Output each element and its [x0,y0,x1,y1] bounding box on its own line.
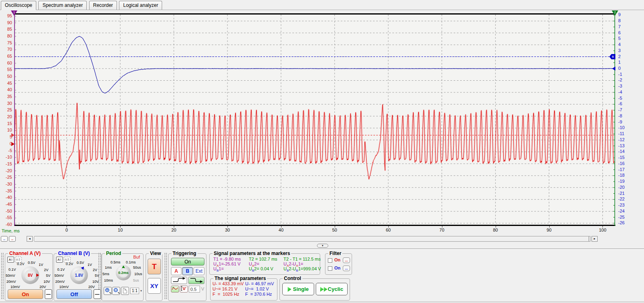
ub1-value: UB1= [213,266,224,272]
right-axis-tick-label: 7 [618,24,621,29]
trigger-source-ext-button[interactable]: Ext [194,267,204,275]
trigger-level-arrow[interactable] [11,133,15,137]
play-icon [320,287,324,292]
scroll-left-button[interactable]: ◄ [27,236,33,242]
new-buffer-button[interactable] [121,287,129,295]
channel-a-group: Channel A (V) A↕ A⇕ 0.2V 0.5V 1V 2V 5V 1… [5,253,53,301]
filter-a-options-button[interactable]: ... [343,257,350,263]
control-title: Control [283,276,302,281]
period-knob[interactable]: 0.2ms [116,265,131,280]
scale-label: 20V [88,285,95,289]
gripper[interactable] [164,253,167,299]
right-axis-tick-label: 9 [618,12,621,17]
zoom-ratio-value[interactable]: 1:1 [130,288,139,294]
filter-b-options-button[interactable]: ... [343,265,350,271]
horizontal-scrollbar: .. .. ◄ ► [0,236,644,242]
channel-b-knob-zone: 0.2V 0.5V 1V 2V 5V 10V 20V 10mV 20mV 50m… [54,262,102,288]
left-axis-tick-label: -35 [0,188,12,194]
scrollbar-track[interactable] [34,236,591,242]
trigger-mode-auto-button[interactable] [171,286,179,293]
scrollbar-thumb[interactable] [35,236,589,241]
right-axis-tick-label: 8 [618,18,621,23]
period-group: Period Buf 0.5ms 0.1ms 1ms 50us 5ms 10us… [102,253,144,301]
left-axis-tick-label: 25 [0,107,12,113]
scale-label: 20mV [55,280,65,284]
channel-b-minus-button[interactable]: — [94,289,101,299]
text-part: 1=-25.61 V [219,261,240,266]
channel-b-zero-arrow[interactable] [612,67,615,71]
text-part: 1=999.04 V [298,266,321,271]
right-axis-tick-label: -11 [618,131,624,136]
trigger-level-input[interactable] [189,286,200,293]
left-axis-tick-label: 45 [0,81,12,86]
channel-a-minus-button[interactable]: — [45,289,52,299]
channel-a-power-button[interactable]: On [8,289,43,299]
filter-a-checkbox[interactable] [328,258,332,263]
text-part: 2-U [289,266,296,271]
filter-b-checkbox[interactable] [328,266,332,271]
view-title: View [149,251,162,256]
rising-edge-button[interactable] [171,277,187,284]
scale-label: 20V [40,285,46,289]
x-axis-tick [67,226,67,228]
x-axis-tick [227,226,228,228]
channel-a-zero-arrow[interactable] [11,142,15,146]
tab-spectrum-analyzer[interactable]: Spectrum analyzer [38,1,87,10]
left-axis-tick-label: 80 [0,33,12,39]
falling-edge-button[interactable] [188,277,204,284]
channel-a-gain-knob[interactable]: 8V [21,266,39,284]
text-part: U [249,261,252,266]
filter-b-label: On [334,265,340,270]
marker-1-select-button[interactable]: .. [1,236,8,242]
tab-bar: Oscilloscope Spectrum analyzer Recorder … [0,0,644,10]
gripper[interactable] [1,253,4,299]
right-axis-tick-label: -20 [618,185,625,190]
zoom-ratio-dropdown[interactable]: ▼ [139,288,143,294]
trigger-mode-single-button[interactable] [180,286,188,293]
zoom-in-button[interactable]: + [104,287,112,295]
x-axis-tick [496,226,496,228]
scale-label: 5us [133,278,139,282]
waveform-display[interactable] [14,13,615,226]
channel-b-gain-knob[interactable]: 1.8V [70,266,88,284]
trigger-on-button[interactable]: On [171,258,204,265]
scale-label: 0.1ms [126,260,136,264]
marker-2-select-button[interactable]: .. [9,236,16,242]
right-axis-tick-label: -21 [618,191,625,196]
xy-view-button[interactable]: XY [148,278,161,294]
channel-b-power-button[interactable]: Off [56,289,92,299]
x-axis-tick-label: 30 [222,228,233,232]
right-axis-tick-label: -15 [618,155,625,160]
time-view-button[interactable]: T [148,259,161,274]
tab-recorder[interactable]: Recorder [89,1,117,10]
period-value: 0.2ms [119,268,128,278]
x-axis-tick-label: 50 [329,228,340,232]
tab-logical-analyzer[interactable]: Logical analyzer [119,1,162,10]
trigger-source-a-button[interactable]: A [171,267,181,275]
trigger-level-unit: V [201,286,204,291]
left-axis-tick-label: -45 [0,202,12,207]
zoom-out-button[interactable]: − [112,287,120,295]
single-run-button[interactable]: Single [282,283,314,295]
right-axis-tick-label: -16 [618,161,625,166]
scale-label: 50mV [6,274,15,278]
right-axis-tick-label: -2 [618,77,622,83]
scale-label: 2V [93,268,97,272]
left-axis-tick-label: -40 [0,195,12,200]
t2-value: T2 = 102.7 ms [249,257,277,261]
marker-row: UB1= UB2= 0.04 V UB2-UB1=999.04 V [210,266,320,271]
left-axis-tick-label: 15 [0,121,12,126]
left-axis-tick-label: -20 [0,168,12,173]
text-part: 1= [298,261,303,266]
channel-a-title: Channel A (V) [8,251,42,256]
tab-oscilloscope[interactable]: Oscilloscope [1,1,36,10]
scale-label: 0.5V [77,261,84,265]
scale-label: 50us [133,265,141,270]
cyclic-run-button[interactable]: Cyclic [316,283,348,295]
panel-collapse-button[interactable]: ▼ [317,244,328,248]
x-axis-tick-label: 100 [597,228,608,232]
trigger-source-b-button[interactable]: B [182,267,193,275]
ub2-minus-ub1-value: UB2-UB1=999.04 V [283,266,321,272]
text-part: U [249,266,252,271]
scroll-right-button[interactable]: ► [592,236,598,242]
